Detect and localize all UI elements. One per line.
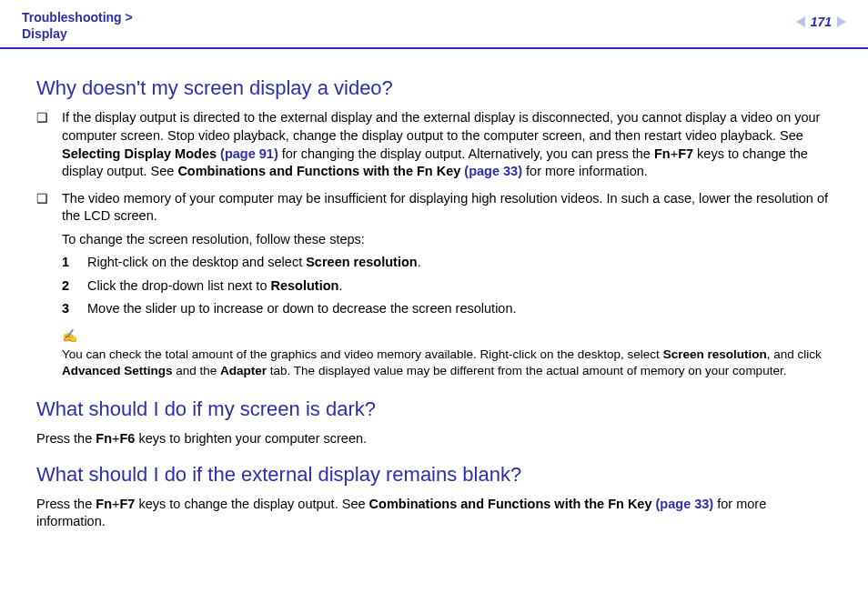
text: tab. The displayed value may be differen… bbox=[267, 364, 786, 377]
text: , and click bbox=[767, 347, 822, 361]
text: The video memory of your computer may be… bbox=[62, 190, 832, 226]
ref-fn-combinations: Combinations and Functions with the Fn K… bbox=[369, 497, 656, 511]
key-f6: F6 bbox=[119, 431, 135, 446]
page-header: Troubleshooting > Display 171 bbox=[0, 0, 868, 49]
key-fn: Fn bbox=[96, 431, 112, 446]
link-page-33[interactable]: (page 33) bbox=[464, 164, 522, 178]
text: Right-click on the desktop and select bbox=[87, 255, 306, 269]
ui-adapter-tab: Adapter bbox=[220, 364, 267, 377]
ui-resolution: Resolution bbox=[270, 278, 338, 293]
step-item: 3 Move the slider up to increase or down… bbox=[62, 300, 832, 318]
heading-q1: Why doesn't my screen display a video? bbox=[36, 76, 832, 100]
step-number: 2 bbox=[62, 277, 87, 296]
link-page-91[interactable]: (page 91) bbox=[220, 146, 278, 161]
breadcrumb-section[interactable]: Troubleshooting bbox=[22, 10, 122, 25]
page-content: Why doesn't my screen display a video? ❑… bbox=[0, 49, 868, 558]
bullet-icon: ❑ bbox=[36, 190, 62, 384]
text: + bbox=[671, 146, 678, 161]
link-page-33[interactable]: (page 33) bbox=[656, 497, 714, 511]
key-f7: F7 bbox=[678, 146, 693, 161]
step-number: 1 bbox=[62, 254, 87, 272]
list-item: ❑ If the display output is directed to t… bbox=[36, 109, 832, 180]
list-item: ❑ The video memory of your computer may … bbox=[36, 190, 832, 384]
prev-page-icon[interactable] bbox=[796, 16, 805, 27]
heading-q2: What should I do if my screen is dark? bbox=[36, 397, 832, 421]
next-page-icon[interactable] bbox=[837, 16, 846, 27]
ref-fn-combinations: Combinations and Functions with the Fn K… bbox=[177, 164, 464, 178]
q2-body: Press the Fn+F6 keys to brighten your co… bbox=[36, 430, 832, 448]
key-fn: Fn bbox=[96, 497, 112, 511]
breadcrumb: Troubleshooting > Display bbox=[22, 9, 133, 42]
text: for changing the display output. Alterna… bbox=[278, 146, 654, 161]
text: Press the bbox=[36, 497, 96, 511]
steps-list: 1 Right-click on the desktop and select … bbox=[62, 254, 832, 318]
step-item: 1 Right-click on the desktop and select … bbox=[62, 254, 832, 272]
text: keys to change the display output. See bbox=[135, 497, 368, 511]
text: If the display output is directed to the… bbox=[62, 110, 820, 143]
step-text: Click the drop-down list next to Resolut… bbox=[87, 277, 832, 296]
page-number: 171 bbox=[811, 15, 832, 29]
text: for more information. bbox=[522, 164, 648, 178]
key-f7: F7 bbox=[119, 497, 135, 511]
heading-q3: What should I do if the external display… bbox=[36, 463, 832, 487]
ui-screen-resolution: Screen resolution bbox=[663, 347, 767, 361]
breadcrumb-separator: > bbox=[126, 10, 133, 25]
text: Click the drop-down list next to bbox=[87, 278, 270, 293]
ref-selecting-display-modes: Selecting Display Modes bbox=[62, 146, 220, 161]
breadcrumb-page[interactable]: Display bbox=[22, 26, 67, 41]
step-number: 3 bbox=[62, 300, 87, 318]
ui-advanced-settings: Advanced Settings bbox=[62, 364, 173, 377]
text: and the bbox=[173, 364, 221, 377]
text: To change the screen resolution, follow … bbox=[62, 231, 832, 249]
step-text: Move the slider up to increase or down t… bbox=[87, 300, 832, 318]
key-fn: Fn bbox=[654, 146, 671, 161]
list-item-content: If the display output is directed to the… bbox=[62, 109, 832, 180]
note-text: You can check the total amount of the gr… bbox=[62, 347, 832, 379]
step-item: 2 Click the drop-down list next to Resol… bbox=[62, 277, 832, 296]
bullet-icon: ❑ bbox=[36, 109, 62, 180]
q1-list: ❑ If the display output is directed to t… bbox=[36, 109, 832, 383]
list-item-content: The video memory of your computer may be… bbox=[62, 190, 832, 384]
ui-screen-resolution: Screen resolution bbox=[306, 255, 417, 269]
text: . bbox=[418, 255, 421, 269]
page-navigation: 171 bbox=[796, 15, 846, 29]
text: . bbox=[338, 278, 342, 293]
text: You can check the total amount of the gr… bbox=[62, 347, 663, 361]
text: Press the bbox=[36, 431, 96, 446]
step-text: Right-click on the desktop and select Sc… bbox=[87, 254, 832, 272]
q3-body: Press the Fn+F7 keys to change the displ… bbox=[36, 496, 832, 531]
text: keys to brighten your computer screen. bbox=[135, 431, 367, 446]
note-icon: ✍ bbox=[62, 327, 832, 345]
